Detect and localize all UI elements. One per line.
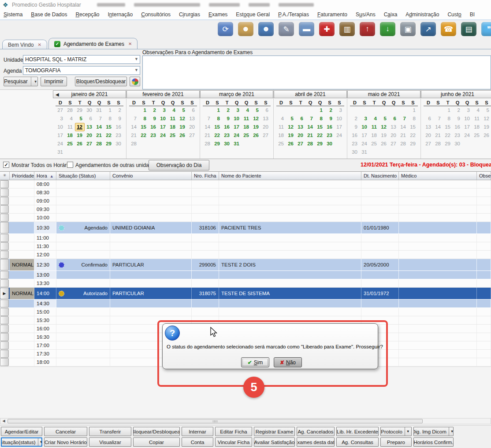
hospital-bed-icon[interactable]: ▬ [299,22,314,36]
calendar-day[interactable]: 11 [472,115,482,123]
sim-button[interactable]: ✔Sim [241,357,269,367]
protocolo-button[interactable]: Protocolo▼ [380,427,412,436]
calendar-day[interactable]: 14 [398,123,408,131]
row-selector[interactable] [0,205,10,213]
calendar-day[interactable]: 1 [104,106,114,115]
calendar-day[interactable]: 18 [65,131,75,140]
calendar-day[interactable]: 3 [462,106,472,115]
bloquear-desbloquear-button[interactable]: Bloquear/Desbloquear [133,427,180,436]
calendar-day[interactable]: 1 [315,106,325,115]
calendar-day[interactable]: 4 [369,115,379,123]
calendar-day[interactable]: 8 [139,115,149,123]
row-selector-button[interactable] [0,197,9,205]
imprimir-button[interactable]: Imprimir [41,77,67,86]
conta-button[interactable]: Conta [182,437,213,447]
calendar-day[interactable]: 10 [232,115,242,123]
tab-bem-vindo[interactable]: Bem Vindo ✕ [2,40,47,49]
calendar-day[interactable]: 24 [56,140,65,148]
calendar-day[interactable]: 3 [232,106,242,115]
calendar-day[interactable]: 19 [75,131,85,140]
calendar-day[interactable]: 2 [325,106,335,115]
row-selector-button[interactable] [0,300,9,307]
calendar-day[interactable]: 29 [408,140,418,148]
col-prioridade[interactable]: Prioridade [10,172,34,180]
calendar-day[interactable]: 13 [389,123,398,131]
calendar-day[interactable]: 11 [168,115,178,123]
calendar-day[interactable]: 15 [139,123,149,131]
phone-directory-icon[interactable]: ☎ [441,22,456,36]
row-selector-button[interactable] [0,333,9,341]
calendar-day[interactable]: 15 [315,123,325,131]
calendar-day[interactable]: 3 [360,115,369,123]
calendar-day[interactable]: 27 [296,140,305,148]
row-selector[interactable]: ▶ [0,288,10,299]
calendar-day[interactable]: 13 [187,115,197,123]
chevron-down-icon[interactable]: ▼ [449,427,454,436]
calendar-day[interactable]: 2 [350,115,360,123]
calendar-day[interactable]: 6 [187,106,197,115]
calendar-day[interactable]: 8 [443,115,453,123]
calendar-day[interactable]: 7 [129,115,139,123]
calendar-day[interactable]: 24 [335,131,344,140]
chevron-down-icon[interactable]: ▼ [31,77,37,86]
finance-chart-icon[interactable]: ↗ [420,22,436,36]
unidade-combobox[interactable]: HOSPITAL SQL - MATRIZ ▼ [23,55,140,64]
calendar-day[interactable]: 3 [56,115,65,123]
calendar-day[interactable]: 31 [360,148,369,156]
calendar-day[interactable]: 25 [276,140,286,148]
row-selector[interactable] [0,300,10,307]
user-sync-icon[interactable]: ⟳ [218,22,233,36]
row-selector-button[interactable] [0,341,9,349]
mostrar-todos-checkbox[interactable]: ✓ [3,162,9,168]
row-selector-button[interactable] [0,271,9,279]
calendar-day[interactable]: 2 [149,106,158,115]
calendar-day[interactable]: 4 [168,106,178,115]
calendar-day[interactable]: 16 [222,123,232,131]
calendar-day[interactable]: 28 [65,106,75,115]
calendar-day[interactable]: 5 [178,106,187,115]
copiar-button[interactable]: Copiar [133,437,180,447]
menu-item-sus-ans[interactable]: Sus/Ans [356,11,376,18]
dig-img-dicom-button[interactable]: Dig. Img Dicom▼ [413,427,454,436]
calendar-day[interactable]: 31 [232,140,242,148]
row-selector[interactable] [0,180,10,188]
calendar-day[interactable]: 21 [203,131,212,140]
calendar-day[interactable]: 27 [261,131,271,140]
calendar-day[interactable]: 10 [462,115,472,123]
calendar-day[interactable]: 18 [472,123,482,131]
calendar-day[interactable]: 25 [65,140,75,148]
calendar-day[interactable]: 18 [242,123,251,131]
observacoes-textarea[interactable] [142,56,491,89]
calendar-day[interactable]: 4 [276,115,286,123]
calendar-day[interactable]: 22 [139,131,149,140]
calendar-day[interactable]: 8 [212,115,222,123]
calendar-day[interactable]: 24 [462,131,472,140]
vincular-ficha-button[interactable]: Vincular Ficha [215,437,252,447]
calendar-day[interactable]: 15 [104,123,114,131]
calendar-day[interactable]: 12 [251,115,261,123]
calendar-day[interactable]: 28 [433,140,443,148]
editar-ficha-button[interactable]: Editar Ficha [215,427,252,436]
calendar-day[interactable]: 3 [335,106,344,115]
calendar-day[interactable]: 26 [379,140,389,148]
schedule-row-1100[interactable]: 11:00 [0,234,491,242]
transferir-button[interactable]: Transferir [89,427,131,436]
menu-item-faturamento[interactable]: Faturamento [317,11,347,18]
calendar-day[interactable]: 16 [325,123,335,131]
calendar-day[interactable]: 30 [85,106,94,115]
calendar-day[interactable]: 25 [168,131,178,140]
calendar-day[interactable]: 7 [94,115,104,123]
chevron-down-icon[interactable]: ▼ [134,57,138,61]
calendar-day[interactable]: 25 [472,131,482,140]
calendar-day[interactable]: 22 [408,131,418,140]
calendar-day[interactable]: 28 [129,140,139,148]
calendar-day[interactable]: 24 [360,140,369,148]
calendar-day[interactable]: 30 [350,148,360,156]
calendar-day[interactable]: 29 [104,140,114,148]
calendar-day[interactable]: 30 [453,140,462,148]
calendar-day[interactable]: 9 [453,115,462,123]
manual-book-icon[interactable]: ▤ [461,22,476,36]
calendar-day[interactable]: 8 [408,115,418,123]
calendar-day[interactable]: 23 [149,131,158,140]
calendar-day[interactable]: 20 [85,131,94,140]
